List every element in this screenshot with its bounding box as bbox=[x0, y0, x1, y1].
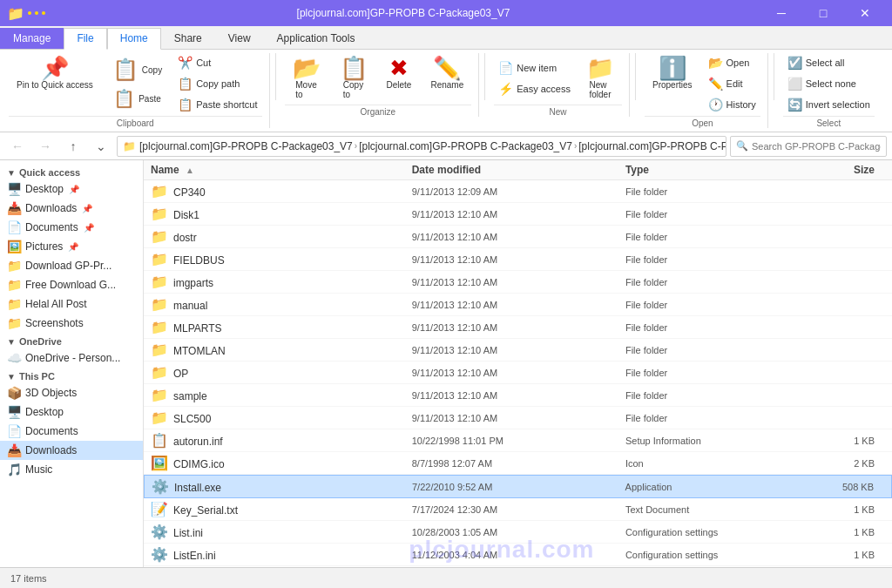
delete-button[interactable]: ✖ Delete bbox=[379, 53, 420, 103]
new-folder-button[interactable]: 📁 Newfolder bbox=[578, 53, 622, 103]
column-name[interactable]: Name ▲ bbox=[151, 164, 412, 176]
main-area: ▼ Quick access 🖥️ Desktop 📌 📥 Downloads … bbox=[0, 160, 892, 588]
open-button[interactable]: 📂 Open bbox=[704, 53, 760, 72]
file-type: File folder bbox=[625, 300, 792, 310]
table-row[interactable]: 📁MTOMLAN 9/11/2013 12:10 AM File folder bbox=[144, 339, 892, 362]
close-button[interactable]: ✕ bbox=[845, 0, 885, 26]
table-row[interactable]: 📁MLPARTS 9/11/2013 12:10 AM File folder bbox=[144, 316, 892, 339]
new-label: New bbox=[494, 105, 622, 117]
sidebar-item-downloads2[interactable]: 📥 Downloads bbox=[0, 441, 143, 460]
minimize-button[interactable]: ─ bbox=[761, 0, 801, 26]
table-row[interactable]: 📁imgparts 9/11/2013 12:10 AM File folder bbox=[144, 271, 892, 294]
sidebar-item-pictures[interactable]: 🖼️ Pictures 📌 bbox=[0, 237, 143, 256]
recent-paths-button[interactable]: ⌄ bbox=[89, 135, 113, 158]
maximize-button[interactable]: □ bbox=[803, 0, 843, 26]
sidebar-item-documents2[interactable]: 📄 Documents bbox=[0, 422, 143, 441]
ribbon-group-new: 📄 New item ⚡ Easy access 📁 Newfolder New bbox=[490, 53, 630, 117]
ribbon-group-select: ☑️ Select all ⬜ Select none 🔄 Invert sel… bbox=[780, 53, 882, 128]
forward-button[interactable]: → bbox=[33, 135, 57, 158]
column-size[interactable]: Size bbox=[792, 164, 885, 176]
edit-button[interactable]: ✏️ Edit bbox=[704, 74, 760, 93]
sidebar-item-3d-objects[interactable]: 📦 3D Objects bbox=[0, 383, 143, 402]
tab-file[interactable]: File bbox=[64, 28, 106, 50]
table-row[interactable]: 📁sample 9/11/2013 12:10 AM File folder bbox=[144, 384, 892, 407]
sidebar-item-desktop[interactable]: 🖥️ Desktop 📌 bbox=[0, 179, 143, 199]
sidebar-item-screenshots[interactable]: 📁 Screenshots bbox=[0, 314, 143, 333]
sidebar-item-desktop2-label: Desktop bbox=[25, 406, 64, 418]
sidebar-item-helal[interactable]: 📁 Helal All Post bbox=[0, 294, 143, 314]
sidebar: ▼ Quick access 🖥️ Desktop 📌 📥 Downloads … bbox=[0, 160, 144, 588]
tab-home[interactable]: Home bbox=[107, 28, 161, 50]
table-row[interactable]: 📁CP340 9/11/2013 12:09 AM File folder bbox=[144, 180, 892, 203]
select-none-button[interactable]: ⬜ Select none bbox=[783, 74, 875, 93]
file-name: ⚙️ListEn.ini bbox=[151, 546, 412, 563]
table-row[interactable]: 📁FIELDBUS 9/11/2013 12:10 AM File folder bbox=[144, 248, 892, 271]
sidebar-item-documents[interactable]: 📄 Documents 📌 bbox=[0, 218, 143, 237]
table-row[interactable]: 📝Key_Serial.txt 7/17/2024 12:30 AM Text … bbox=[144, 498, 892, 521]
history-button[interactable]: 🕐 History bbox=[704, 95, 760, 114]
status-text: 17 items bbox=[10, 573, 47, 584]
documents2-icon: 📄 bbox=[7, 424, 22, 438]
tab-manage[interactable]: Manage bbox=[0, 28, 64, 49]
table-row[interactable]: 📋autorun.inf 10/22/1998 11:01 PM Setup I… bbox=[144, 429, 892, 452]
pin-to-quick-button[interactable]: 📌 Pin to Quick access bbox=[9, 53, 101, 114]
column-date[interactable]: Date modified bbox=[412, 164, 625, 176]
invert-selection-button[interactable]: 🔄 Invert selection bbox=[783, 95, 875, 114]
table-row[interactable]: 📁manual 9/11/2013 12:10 AM File folder bbox=[144, 294, 892, 316]
move-to-button[interactable]: 📂 Moveto bbox=[285, 53, 328, 103]
new-top: 📄 New item ⚡ Easy access 📁 Newfolder bbox=[494, 53, 622, 103]
file-list: Name ▲ Date modified Type Size 📁CP340 9/… bbox=[144, 160, 892, 588]
sidebar-item-screenshots-label: Screenshots bbox=[25, 317, 84, 329]
chevron-down-icon: ▼ bbox=[7, 168, 16, 178]
folder-icon4: 📁 bbox=[7, 316, 22, 330]
select-all-button[interactable]: ☑️ Select all bbox=[783, 53, 875, 72]
table-row[interactable]: 📁Disk1 9/11/2013 12:10 AM File folder bbox=[144, 203, 892, 226]
table-row[interactable]: 📁dostr 9/11/2013 12:10 AM File folder bbox=[144, 226, 892, 248]
ribbon-tabs: Manage File Home Share View Application … bbox=[0, 26, 892, 50]
desktop-icon: 🖥️ bbox=[7, 182, 22, 196]
search-box[interactable]: 🔍 bbox=[730, 136, 887, 157]
search-input[interactable] bbox=[752, 141, 881, 152]
file-name: 📁CP340 bbox=[151, 183, 412, 199]
sidebar-item-free-download[interactable]: 📁 Free Download G... bbox=[0, 275, 143, 294]
address-path[interactable]: 📁 [plcjournal.com]GP-PROPB C-Package03_V… bbox=[117, 136, 726, 157]
tab-view[interactable]: View bbox=[215, 28, 264, 49]
file-icon: 📁 bbox=[151, 297, 168, 312]
file-date: 8/7/1998 12:07 AM bbox=[412, 458, 625, 469]
organize-top: 📂 Moveto 📋 Copyto ✖ Delete ✏️ Rename bbox=[285, 53, 472, 103]
sidebar-item-downloads[interactable]: 📥 Downloads 📌 bbox=[0, 199, 143, 218]
back-button[interactable]: ← bbox=[5, 135, 30, 158]
sidebar-item-music[interactable]: 🎵 Music bbox=[0, 460, 143, 479]
table-row[interactable]: 📁SLC500 9/11/2013 12:10 AM File folder bbox=[144, 407, 892, 429]
new-item-button[interactable]: 📄 New item bbox=[494, 58, 575, 78]
tab-share[interactable]: Share bbox=[161, 28, 215, 49]
paste-button[interactable]: 📋 Paste bbox=[105, 87, 170, 110]
paste-shortcut-button[interactable]: 📋 Paste shortcut bbox=[173, 95, 261, 114]
path-part-2[interactable]: [plcjournal.com]GP-PROPB C-Package03_V7 bbox=[359, 140, 572, 152]
sidebar-item-desktop2[interactable]: 🖥️ Desktop bbox=[0, 402, 143, 422]
easy-access-button[interactable]: ⚡ Easy access bbox=[494, 79, 575, 98]
sidebar-item-download-gp[interactable]: 📁 Download GP-Pr... bbox=[0, 256, 143, 275]
rename-button[interactable]: ✏️ Rename bbox=[422, 53, 471, 103]
title-bar: 📁 [plcjournal.com]GP-PROPB C-Package03_V… bbox=[0, 0, 892, 26]
table-row[interactable]: 📁OP 9/11/2013 12:10 AM File folder bbox=[144, 362, 892, 384]
tab-application-tools[interactable]: Application Tools bbox=[264, 28, 368, 49]
path-part-1[interactable]: [plcjournal.com]GP-PROPB C-Package03_V7 bbox=[139, 140, 353, 152]
table-row[interactable]: ⚙️Install.exe 7/22/2010 9:52 AM Applicat… bbox=[144, 475, 892, 498]
copy-button[interactable]: 📋 Copy bbox=[105, 53, 170, 86]
path-part-3[interactable]: [plcjournal.com]GP-PROPB C-Package03_V7 bbox=[578, 140, 726, 152]
table-row[interactable]: 🖼️CDIMG.ico 8/7/1998 12:07 AM Icon 2 KB bbox=[144, 452, 892, 475]
copy-to-button[interactable]: 📋 Copyto bbox=[332, 53, 375, 103]
file-icon: 📁 bbox=[151, 206, 168, 221]
properties-button[interactable]: ℹ️ Properties bbox=[645, 53, 700, 114]
cut-button[interactable]: ✂️ Cut bbox=[173, 53, 261, 72]
up-button[interactable]: ↑ bbox=[61, 135, 85, 158]
table-row[interactable]: ⚙️List.ini 10/28/2003 1:05 AM Configurat… bbox=[144, 521, 892, 544]
table-row[interactable]: ⚙️ListEn.ini 11/12/2003 4:04 AM Configur… bbox=[144, 544, 892, 566]
column-type[interactable]: Type bbox=[625, 164, 792, 176]
sep4 bbox=[774, 53, 774, 100]
copy-path-button[interactable]: 📋 Copy path bbox=[173, 74, 261, 93]
file-icon: 📁 bbox=[151, 342, 168, 357]
file-date: 9/11/2013 12:10 AM bbox=[412, 254, 625, 265]
sidebar-item-onedrive-person[interactable]: ☁️ OneDrive - Person... bbox=[0, 348, 143, 368]
